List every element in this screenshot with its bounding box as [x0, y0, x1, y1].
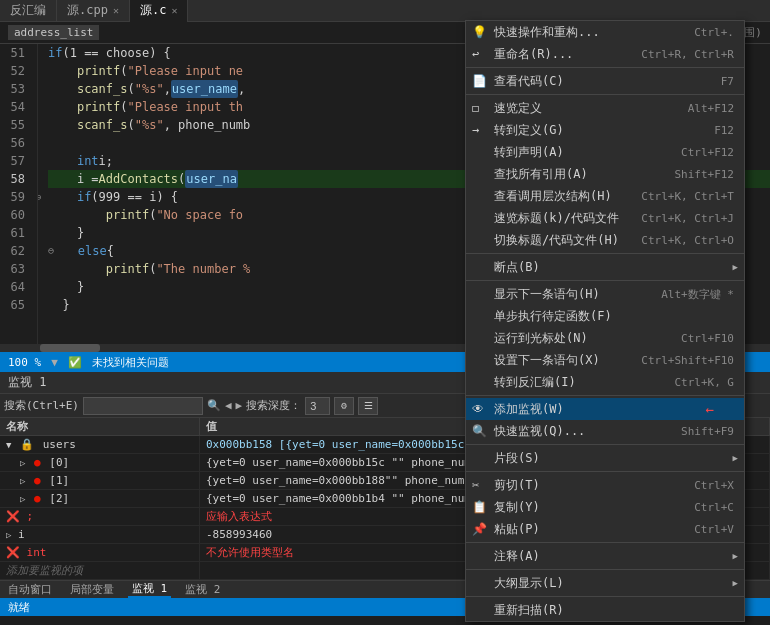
shortcut-findallrefs: Shift+F12: [674, 168, 734, 181]
menu-label-setnextstmt: 设置下一条语句(X): [494, 352, 600, 369]
tab-source-cpp[interactable]: 源.cpp ✕: [57, 0, 130, 22]
menu-item-rescan[interactable]: 重新扫描(R): [466, 599, 744, 621]
watch-search-input[interactable]: [83, 397, 203, 415]
tab-watch-1[interactable]: 监视 1: [128, 581, 171, 598]
watch-cell-2-name: ▷ ● [2]: [0, 490, 200, 508]
lock-icon-users: 🔒: [20, 438, 34, 451]
sep-10: [466, 596, 744, 597]
error-icon-semi: ❌: [6, 510, 20, 523]
tab-source-c-close[interactable]: ✕: [171, 5, 177, 16]
menu-item-outline[interactable]: 大纲显示(L) ▶: [466, 572, 744, 594]
arrow-indicator: ←: [706, 401, 714, 417]
tab-disassembly[interactable]: 反汇编: [0, 0, 57, 22]
menu-item-copy[interactable]: 📋 复制(Y) Ctrl+C: [466, 496, 744, 518]
shortcut-viewcode: F7: [721, 75, 734, 88]
expand-icon-0: ▷: [20, 458, 25, 468]
prev-icon[interactable]: ◀: [225, 399, 232, 412]
menu-item-addwatch[interactable]: 👁 添加监视(W) ←: [466, 398, 744, 420]
menu-label-stepinto: 单步执行待定函数(F): [494, 308, 612, 325]
menu-item-findallrefs[interactable]: 查找所有引用(A) Shift+F12: [466, 163, 744, 185]
next-icon[interactable]: ▶: [236, 399, 243, 412]
menu-label-cut: 剪切(T): [494, 477, 540, 494]
sep-1: [466, 67, 744, 68]
dot-icon-1: ●: [34, 474, 41, 487]
menu-item-callhier[interactable]: 查看调用层次结构(H) Ctrl+K, Ctrl+T: [466, 185, 744, 207]
sep-6: [466, 444, 744, 445]
gotodef-icon: →: [472, 123, 479, 137]
menu-label-gotodef: 转到定义(G): [494, 122, 564, 139]
menu-item-viewcode[interactable]: 📄 查看代码(C) F7: [466, 70, 744, 92]
snippet-submenu-arrow: ▶: [733, 453, 738, 463]
menu-label-gotodecl: 转到声明(A): [494, 144, 564, 161]
menu-item-cut[interactable]: ✂ 剪切(T) Ctrl+X: [466, 474, 744, 496]
tab-source-c[interactable]: 源.c ✕: [130, 0, 188, 22]
watch-toolbar-btn-1[interactable]: ⚙: [334, 397, 354, 415]
menu-item-quickaction[interactable]: 💡 快速操作和重构... Ctrl+.: [466, 21, 744, 43]
menu-label-copy: 复制(Y): [494, 499, 540, 516]
menu-label-quickaction: 快速操作和重构...: [494, 24, 600, 41]
menu-label-outline: 大纲显示(L): [494, 575, 564, 592]
menu-item-paste[interactable]: 📌 粘贴(P) Ctrl+V: [466, 518, 744, 540]
menu-label-snippet: 片段(S): [494, 450, 540, 467]
quickwatch-icon: 🔍: [472, 424, 487, 438]
menu-item-breakpoint[interactable]: 断点(B) ▶: [466, 256, 744, 278]
menu-label-findallrefs: 查找所有引用(A): [494, 166, 588, 183]
watch-cell-0-name: ▷ ● [0]: [0, 454, 200, 472]
shortcut-copy: Ctrl+C: [694, 501, 734, 514]
dot-icon-0: ●: [34, 456, 41, 469]
sep-5: [466, 395, 744, 396]
menu-item-peekdef[interactable]: ◻ 速览定义 Alt+F12: [466, 97, 744, 119]
shortcut-gotodecl: Ctrl+F12: [681, 146, 734, 159]
shortcut-quickwatch: Shift+F9: [681, 425, 734, 438]
menu-item-stepinto[interactable]: 单步执行待定函数(F): [466, 305, 744, 327]
menu-item-peekheader[interactable]: 速览标题(k)/代码文件 Ctrl+K, Ctrl+J: [466, 207, 744, 229]
menu-item-snippet[interactable]: 片段(S) ▶: [466, 447, 744, 469]
menu-item-quickwatch[interactable]: 🔍 快速监视(Q)... Shift+F9: [466, 420, 744, 442]
tab-watch-2[interactable]: 监视 2: [181, 582, 224, 597]
menu-label-callhier: 查看调用层次结构(H): [494, 188, 612, 205]
tab-source-cpp-close[interactable]: ✕: [113, 5, 119, 16]
shortcut-rename: Ctrl+R, Ctrl+R: [641, 48, 734, 61]
status-text: 未找到相关问题: [92, 355, 169, 370]
watch-cell-1-name: ▷ ● [1]: [0, 472, 200, 490]
sep-4: [466, 280, 744, 281]
tab-locals[interactable]: 局部变量: [66, 582, 118, 597]
sep-3: [466, 253, 744, 254]
tab-source-cpp-label: 源.cpp: [67, 2, 108, 19]
menu-item-disassembly[interactable]: 转到反汇编(I) Ctrl+K, G: [466, 371, 744, 393]
menu-item-shownext[interactable]: 显示下一条语句(H) Alt+数字键 *: [466, 283, 744, 305]
watch-toolbar-btn-2[interactable]: ☰: [358, 397, 378, 415]
comment-submenu-arrow: ▶: [733, 551, 738, 561]
menu-item-rename[interactable]: ↩ 重命名(R)... Ctrl+R, Ctrl+R: [466, 43, 744, 65]
menu-label-viewcode: 查看代码(C): [494, 73, 564, 90]
menu-label-peekdef: 速览定义: [494, 100, 542, 117]
menu-item-comment[interactable]: 注释(A) ▶: [466, 545, 744, 567]
paste-icon: 📌: [472, 522, 487, 536]
sep-9: [466, 569, 744, 570]
zoom-dropdown[interactable]: ▼: [51, 356, 58, 369]
dot-icon-2: ●: [34, 492, 41, 505]
menu-label-paste: 粘贴(P): [494, 521, 540, 538]
menu-label-runtocursor: 运行到光标处(N): [494, 330, 588, 347]
context-menu: 💡 快速操作和重构... Ctrl+. ↩ 重命名(R)... Ctrl+R, …: [465, 20, 745, 622]
menu-label-rescan: 重新扫描(R): [494, 602, 564, 619]
menu-item-toggleheader[interactable]: 切换标题/代码文件(H) Ctrl+K, Ctrl+O: [466, 229, 744, 251]
tab-auto-window[interactable]: 自动窗口: [4, 582, 56, 597]
menu-item-runtocursor[interactable]: 运行到光标处(N) Ctrl+F10: [466, 327, 744, 349]
viewcode-icon: 📄: [472, 74, 487, 88]
shortcut-runtocursor: Ctrl+F10: [681, 332, 734, 345]
watch-cell-int-name: ❌ int: [0, 544, 200, 562]
menu-item-setnextstmt[interactable]: 设置下一条语句(X) Ctrl+Shift+F10: [466, 349, 744, 371]
shortcut-peekheader: Ctrl+K, Ctrl+J: [641, 212, 734, 225]
tab-disassembly-label: 反汇编: [10, 2, 46, 19]
line-numbers: 51 52 53 54 55 56 57 58 59 60 61 62 63 6…: [0, 44, 38, 344]
watch-col-name: 名称: [0, 418, 200, 435]
menu-label-addwatch: 添加监视(W): [494, 401, 564, 418]
shortcut-disassembly: Ctrl+K, G: [674, 376, 734, 389]
zoom-level: 100 %: [8, 356, 41, 369]
search-depth-input[interactable]: [305, 397, 330, 415]
outline-submenu-arrow: ▶: [733, 578, 738, 588]
menu-item-gotodecl[interactable]: 转到声明(A) Ctrl+F12: [466, 141, 744, 163]
menu-item-gotodef[interactable]: → 转到定义(G) F12: [466, 119, 744, 141]
error-icon-int: ❌: [6, 546, 20, 559]
